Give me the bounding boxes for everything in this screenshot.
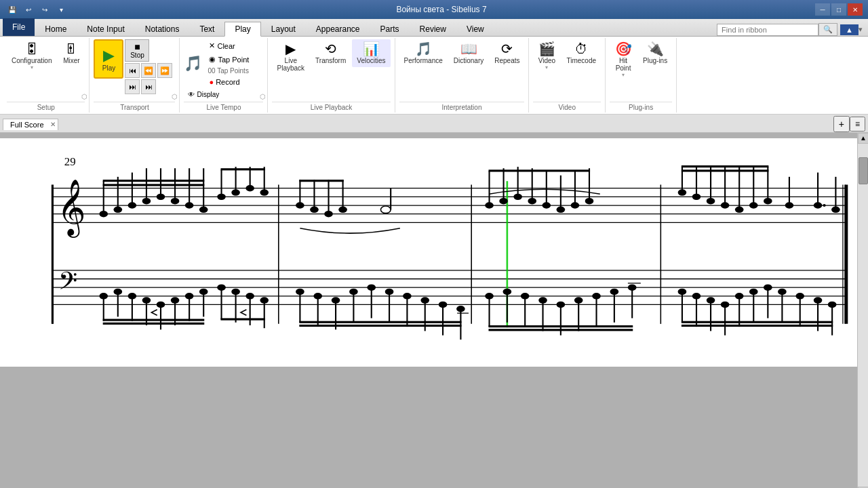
clear-btn[interactable]: ✕ Clear — [205, 39, 253, 52]
tab-appearance[interactable]: Appearance — [306, 21, 370, 36]
record-icon: ● — [209, 78, 214, 86]
repeats-btn[interactable]: ⟳ Repeats — [490, 39, 524, 67]
svg-rect-55 — [342, 180, 344, 209]
account-btn[interactable]: ▲ — [840, 24, 859, 35]
tab-file[interactable]: File — [3, 18, 35, 36]
svg-rect-6 — [52, 184, 54, 323]
transport-row1: ■ Stop — [125, 39, 172, 62]
svg-rect-93 — [682, 169, 769, 171]
svg-rect-88 — [724, 167, 726, 205]
svg-rect-144 — [299, 321, 461, 323]
performance-btn[interactable]: 🎵 Performance — [399, 39, 448, 67]
svg-rect-65 — [488, 171, 490, 205]
restore-btn[interactable]: □ — [831, 3, 846, 16]
scroll-up-btn[interactable]: ▲ — [858, 133, 868, 144]
video-btn[interactable]: 🎬 Video ▾ — [533, 39, 560, 73]
configuration-btn[interactable]: 🎛 Configuration ▾ — [7, 39, 56, 73]
save-quick-btn[interactable]: 💾 — [5, 3, 19, 16]
svg-rect-113 — [103, 319, 205, 321]
tab-review[interactable]: Review — [410, 21, 456, 36]
live-tempo-expand-icon[interactable]: ⬡ — [260, 93, 266, 100]
svg-rect-155 — [488, 296, 490, 327]
redo-quick-btn[interactable]: ↪ — [38, 3, 52, 16]
add-tab2-btn[interactable]: ≡ — [850, 117, 865, 131]
svg-rect-90 — [753, 167, 754, 205]
tab-note-input[interactable]: Note Input — [77, 21, 134, 36]
svg-rect-42 — [235, 167, 237, 192]
setup-group: 🎛 Configuration ▾ 🎚 Mixer Setup ⬡ — [3, 38, 90, 113]
svg-rect-134 — [299, 291, 300, 322]
timecode-btn[interactable]: ⏱ Timecode — [561, 39, 601, 67]
tab-play[interactable]: Play — [224, 22, 260, 37]
svg-rect-56 — [299, 180, 343, 182]
scroll-track[interactable] — [858, 144, 868, 487]
close-btn[interactable]: ✕ — [848, 3, 863, 16]
svg-rect-105 — [103, 296, 104, 321]
svg-rect-145 — [299, 325, 461, 327]
stop-icon: ■ — [134, 42, 140, 52]
svg-rect-33 — [189, 168, 190, 205]
velocities-btn[interactable]: 📊 Velocities — [352, 39, 390, 67]
svg-rect-120 — [235, 291, 237, 322]
doc-tab-close-btn[interactable]: ✕ — [50, 121, 56, 128]
svg-rect-157 — [524, 296, 526, 327]
stop-btn[interactable]: ■ Stop — [125, 39, 149, 62]
score-viewport[interactable]: 29 𝄞 𝄢 — [0, 133, 857, 488]
tap-point-icon: ◉ — [209, 55, 216, 64]
live-tempo-label: Live Tempo — [184, 102, 263, 111]
dictionary-icon: 📖 — [460, 42, 477, 56]
minimize-btn[interactable]: ─ — [815, 3, 830, 16]
search-btn[interactable]: 🔍 — [818, 23, 837, 36]
transform-btn[interactable]: ⟲ Transform — [311, 39, 351, 67]
tab-view[interactable]: View — [456, 21, 494, 36]
svg-rect-35 — [103, 180, 205, 182]
interpretation-label: Interpretation — [399, 102, 525, 111]
svg-rect-142 — [442, 304, 443, 335]
to-end-btn[interactable]: ⏭ — [141, 79, 156, 94]
fast-forward-btn[interactable]: ⏩ — [157, 63, 172, 78]
svg-rect-139 — [389, 291, 390, 322]
plug-ins-icon: 🔌 — [647, 42, 664, 56]
record-btn[interactable]: ● Record — [205, 76, 253, 88]
tap-point-btn[interactable]: ◉ Tap Point — [205, 53, 253, 66]
svg-rect-91 — [767, 167, 768, 201]
tab-notations[interactable]: Notations — [135, 21, 190, 36]
tab-parts[interactable]: Parts — [370, 21, 410, 36]
to-start-btn[interactable]: ⏭ — [125, 79, 140, 94]
vertical-scrollbar[interactable]: ▲ ▼ — [857, 133, 868, 488]
svg-rect-135 — [317, 296, 319, 325]
tab-home[interactable]: Home — [35, 21, 77, 36]
tab-layout[interactable]: Layout — [261, 21, 306, 36]
mixer-btn[interactable]: 🎚 Mixer — [58, 39, 85, 67]
timecode-icon: ⏱ — [574, 42, 588, 56]
hit-point-btn[interactable]: 🎯 HitPoint ▾ — [610, 39, 637, 81]
svg-rect-108 — [146, 300, 147, 325]
dropdown-quick-btn[interactable]: ▾ — [54, 3, 68, 16]
live-playback-btn[interactable]: ▶ LivePlayback — [272, 39, 309, 75]
svg-rect-53 — [313, 180, 315, 209]
tab-text[interactable]: Text — [189, 21, 224, 36]
ribbon-collapse-btn[interactable]: ▾ — [859, 25, 863, 34]
svg-rect-164 — [488, 325, 633, 327]
svg-rect-31 — [160, 168, 161, 197]
display-btn[interactable]: 👁 Display — [184, 89, 223, 100]
add-tab-btn[interactable]: + — [833, 116, 850, 132]
scroll-thumb[interactable] — [859, 157, 868, 184]
setup-expand-icon[interactable]: ⬡ — [81, 93, 87, 100]
svg-rect-162 — [614, 291, 615, 322]
doc-tab-full-score[interactable]: Full Score ✕ — [3, 119, 58, 130]
svg-rect-73 — [488, 169, 590, 171]
undo-quick-btn[interactable]: ↩ — [22, 3, 35, 16]
plug-ins-btn[interactable]: 🔌 Plug-ins — [638, 39, 672, 67]
transport-expand-icon[interactable]: ⬡ — [172, 93, 178, 100]
play-icon: ▶ — [103, 47, 115, 64]
svg-point-83 — [823, 204, 825, 207]
find-in-ribbon-input[interactable] — [717, 24, 818, 36]
play-btn[interactable]: ▶ Play — [94, 39, 123, 79]
rewind-to-start-btn[interactable]: ⏮ — [125, 63, 140, 78]
svg-rect-163 — [631, 287, 633, 318]
dictionary-btn[interactable]: 📖 Dictionary — [449, 39, 488, 67]
rewind-btn[interactable]: ⏪ — [141, 63, 156, 78]
svg-rect-44 — [264, 167, 265, 192]
svg-rect-187 — [831, 304, 833, 335]
